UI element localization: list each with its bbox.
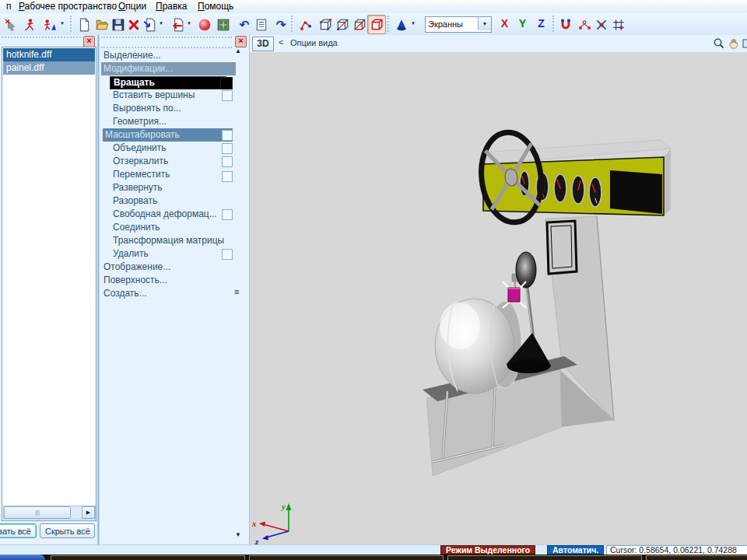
export-icon[interactable] <box>168 15 187 34</box>
command-checkbox-delete[interactable] <box>222 249 233 260</box>
selection-marker <box>503 282 526 308</box>
axis-space-combo[interactable]: Экранны ▼ <box>425 16 492 33</box>
commands-panel-grip[interactable] <box>101 37 232 48</box>
command-checkbox-insert-vertices[interactable] <box>222 90 233 101</box>
toolbar-separator <box>388 16 391 32</box>
files-panel: × hotknife.dff painel.dff ||| ▶ зать всё… <box>0 35 98 544</box>
panel-resize-grip-icon[interactable]: ≡ <box>234 288 239 296</box>
taskbar-button[interactable] <box>646 555 747 560</box>
undo-icon[interactable]: ↶ <box>235 15 254 34</box>
magnet-snap-icon[interactable] <box>556 15 575 34</box>
vertices-mode-icon[interactable] <box>296 15 315 34</box>
viewport-mode-button[interactable]: 3D <box>252 37 274 51</box>
redo-icon[interactable]: ↷ <box>272 15 290 34</box>
command-item-align-to[interactable]: Выровнять по... <box>113 102 236 115</box>
commands-panel-close-icon[interactable]: × <box>235 36 247 47</box>
application-window: п Рабочее пространство Опции Правка Помо… <box>0 0 747 560</box>
command-item-display[interactable]: Отображение... <box>103 261 236 274</box>
command-item-delete[interactable]: Удалить <box>113 247 236 261</box>
notes-icon[interactable] <box>252 15 271 34</box>
material-editor-icon[interactable] <box>214 15 233 34</box>
command-item-surface[interactable]: Поверхность... <box>103 274 236 287</box>
taskbar-button[interactable] <box>51 555 245 560</box>
command-item-scale[interactable]: Масштабировать <box>103 128 233 142</box>
menu-item-options[interactable]: Опции <box>115 1 149 12</box>
snap-edges-icon[interactable] <box>592 15 611 34</box>
new-file-icon[interactable] <box>75 15 93 34</box>
scroll-up-icon[interactable]: ▲ <box>235 47 241 55</box>
viewport-collapse-icon[interactable]: < <box>279 37 283 47</box>
export-dropdown-caret[interactable]: ▼ <box>187 21 191 26</box>
os-taskbar <box>0 555 747 560</box>
menu-item-workspace[interactable]: Рабочее пространство <box>16 1 120 12</box>
scroll-down-icon[interactable]: ▼ <box>235 531 241 539</box>
import-dropdown-caret[interactable]: ▼ <box>159 21 163 26</box>
command-item-mirror[interactable]: Отзеркалить <box>113 155 236 168</box>
axis-z-button[interactable]: Z <box>533 16 549 32</box>
viewport-header: 3D < Опции вида <box>250 35 747 53</box>
command-item-geometry[interactable]: Геометрия... <box>113 115 236 128</box>
axis-label-z: z <box>254 537 259 544</box>
command-item-create[interactable]: Создать... <box>103 287 236 300</box>
file-list-hscrollbar[interactable]: ||| ▶ <box>3 506 96 520</box>
file-list-item[interactable]: hotknife.dff <box>3 48 95 61</box>
viewport-title[interactable]: Опции вида <box>290 38 338 47</box>
axis-y-button[interactable]: Y <box>514 16 531 32</box>
hscrollbar-right-arrow-icon[interactable]: ▶ <box>82 506 95 519</box>
pose-tool-icon[interactable] <box>2 15 20 34</box>
hide-all-button[interactable]: Скрыть всё <box>40 523 95 538</box>
command-checkbox-unite[interactable] <box>222 143 233 154</box>
menu-bar: п Рабочее пространство Опции Правка Помо… <box>0 0 747 13</box>
file-list-item[interactable]: painel.dff <box>3 61 95 75</box>
main-toolbar: ▼ ▼ ▼ ↶ ↷ <box>0 13 747 36</box>
taskbar-button[interactable] <box>447 555 642 560</box>
pan-hand-icon[interactable] <box>728 37 740 50</box>
menu-item-help[interactable]: Помощь <box>195 1 237 12</box>
import-icon[interactable] <box>140 15 159 34</box>
zoom-tool-icon[interactable] <box>713 37 725 50</box>
command-checkbox-move[interactable] <box>222 171 233 182</box>
menu-item-partial[interactable]: п <box>3 1 15 12</box>
cone-tool-icon[interactable] <box>392 15 411 34</box>
command-item-connect[interactable]: Соединить <box>113 221 236 234</box>
start-button-fragment[interactable] <box>0 555 45 560</box>
axis-x-button[interactable]: X <box>496 16 513 32</box>
command-item-matrix-transform[interactable]: Трансформация матрицы <box>113 234 236 247</box>
poses-dropdown-caret[interactable]: ▼ <box>60 21 65 26</box>
faces-mode-icon[interactable] <box>333 15 352 34</box>
toolbar-separator <box>291 16 294 32</box>
command-item-modifications[interactable]: Модификации... <box>101 62 236 75</box>
taskbar-button[interactable] <box>249 555 444 560</box>
polygons-mode-icon[interactable] <box>350 15 369 34</box>
command-checkbox-free-deform[interactable] <box>222 209 233 220</box>
render-sphere-icon[interactable] <box>195 15 214 34</box>
hscrollbar-thumb[interactable]: ||| <box>4 506 71 519</box>
command-item-insert-vertices[interactable]: Вставить вершины <box>113 89 236 102</box>
command-item-free-deform[interactable]: Свободная деформац... <box>113 208 236 221</box>
viewport-canvas[interactable]: y x z <box>250 52 747 544</box>
command-checkbox-mirror[interactable] <box>222 156 233 167</box>
combo-dropdown-icon[interactable]: ▼ <box>478 17 491 30</box>
edges-mode-icon[interactable] <box>316 15 335 34</box>
objects-mode-icon[interactable] <box>367 15 386 34</box>
snap-grid-icon[interactable] <box>609 15 628 34</box>
command-item-unite[interactable]: Объединить <box>113 142 236 155</box>
selected-mode-badge[interactable]: Режим Выделенного <box>440 545 535 555</box>
command-item-move[interactable]: Переместить <box>113 168 236 181</box>
files-panel-close-icon[interactable]: × <box>83 36 95 47</box>
figure-poses-icon[interactable] <box>40 15 59 34</box>
command-item-rotate[interactable]: Вращать <box>110 76 226 89</box>
show-all-button[interactable]: зать всё <box>0 523 37 538</box>
command-item-break[interactable]: Разорвать <box>113 194 236 208</box>
snap-vertices-icon[interactable] <box>575 15 594 34</box>
command-checkbox-rotate[interactable] <box>220 77 233 89</box>
command-checkbox-scale[interactable] <box>222 130 233 141</box>
command-item-selection[interactable]: Выделение... <box>103 49 236 62</box>
automatic-badge[interactable]: Автоматич. <box>547 545 604 555</box>
menu-item-edit[interactable]: Правка <box>153 1 191 12</box>
run-figure-icon[interactable] <box>21 15 40 34</box>
command-item-flip[interactable]: Развернуть <box>113 181 236 194</box>
cone-dropdown-caret[interactable]: ▼ <box>411 21 416 26</box>
file-list[interactable]: hotknife.dff painel.dff ||| ▶ <box>2 47 96 521</box>
clipped-tool-icon[interactable] <box>742 37 747 50</box>
